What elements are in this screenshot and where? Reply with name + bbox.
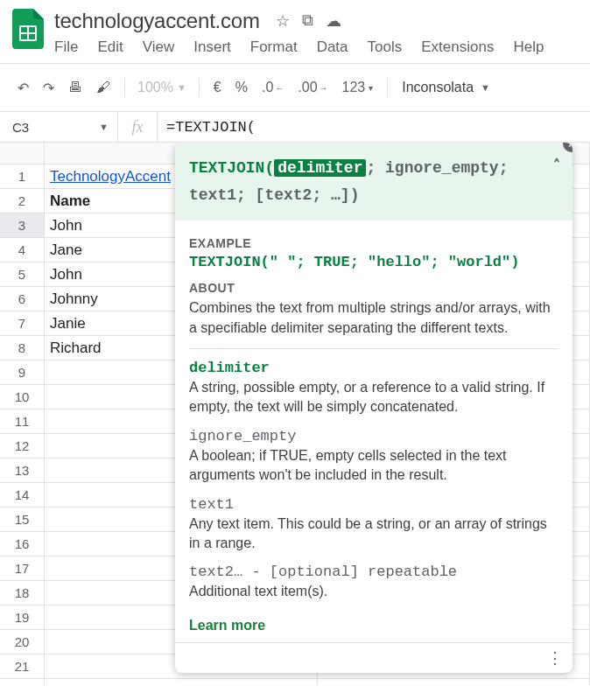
param3-desc: Any text item. This could be a string, o… — [189, 514, 558, 554]
about-text: Combines the text from multiple strings … — [189, 298, 558, 338]
row-header[interactable]: 8 — [0, 336, 45, 360]
formula-input[interactable]: =TEXTJOIN( — [158, 112, 590, 142]
row-header[interactable]: 3 — [0, 214, 45, 238]
row-header[interactable]: 5 — [0, 262, 45, 287]
row-header[interactable]: 18 — [0, 581, 45, 606]
menu-file[interactable]: File — [54, 38, 78, 56]
currency-button[interactable]: € — [208, 76, 227, 99]
number-format-button[interactable]: 123▾ — [337, 76, 379, 99]
collapse-chevron-icon[interactable]: ˄ — [553, 155, 560, 178]
more-options-icon[interactable]: ⋮ — [547, 648, 562, 668]
row-header[interactable]: 9 — [0, 360, 45, 385]
redo-button[interactable]: ↷ — [38, 76, 60, 100]
app-header: technologyaccent.com ☆ ⧉ ☁ File Edit Vie… — [0, 0, 590, 56]
menu-insert[interactable]: Insert — [193, 38, 231, 56]
sig-fn-name: TEXTJOIN( — [189, 159, 274, 177]
zoom-select[interactable]: 100%▼ — [134, 80, 190, 95]
row-header[interactable]: 17 — [0, 556, 45, 581]
menu-format[interactable]: Format — [250, 38, 298, 56]
row-header[interactable]: 15 — [0, 508, 45, 532]
row-header[interactable]: 10 — [0, 385, 45, 410]
name-box[interactable]: C3 ▼ — [0, 112, 118, 142]
param4-name: text2… - [optional] repeatable — [189, 564, 558, 580]
percent-button[interactable]: % — [230, 76, 253, 99]
row-header[interactable]: 12 — [0, 434, 45, 458]
row-header[interactable]: 21 — [0, 654, 45, 679]
row-header[interactable]: 20 — [0, 630, 45, 654]
row-header[interactable]: 2 — [0, 189, 45, 214]
param4-desc: Additional text item(s). — [189, 582, 558, 601]
param3-name: text1 — [189, 496, 558, 513]
spreadsheet-grid[interactable]: 1TechnologyAccent 2Name 3John 4Jane 5Joh… — [0, 143, 590, 685]
example-code: TEXTJOIN(" "; TRUE; "hello"; "world") — [189, 254, 558, 270]
param2-name: ignore_empty — [189, 428, 558, 444]
row-header[interactable]: 1 — [0, 164, 45, 189]
menu-tools[interactable]: Tools — [368, 38, 403, 56]
menubar: File Edit View Insert Format Data Tools … — [54, 38, 581, 56]
menu-view[interactable]: View — [143, 38, 175, 56]
decrease-decimal-button[interactable]: .0← — [256, 76, 289, 99]
about-heading: ABOUT — [189, 281, 558, 295]
param1-name: delimiter — [189, 360, 558, 376]
formula-bar: C3 ▼ fx =TEXTJOIN( — [0, 112, 590, 143]
font-select[interactable]: Inconsolata▼ — [397, 80, 495, 95]
toolbar: ↶ ↷ 🖶 🖌 100%▼ € % .0← .00→ 123▾ Inconsol… — [0, 64, 590, 112]
paint-format-button[interactable]: 🖌 — [91, 76, 116, 99]
document-title[interactable]: technologyaccent.com — [54, 9, 260, 33]
row-header[interactable]: 7 — [0, 312, 45, 336]
menu-extensions[interactable]: Extensions — [421, 38, 494, 56]
row-header[interactable]: 6 — [0, 287, 45, 312]
menu-data[interactable]: Data — [317, 38, 348, 56]
sig-current-arg: delimiter — [274, 159, 366, 177]
menu-edit[interactable]: Edit — [97, 38, 123, 56]
example-heading: EXAMPLE — [189, 236, 558, 250]
formula-signature: ˄ TEXTJOIN(delimiter; ignore_empty; text… — [175, 143, 572, 220]
menu-help[interactable]: Help — [513, 38, 544, 56]
row-header[interactable]: 14 — [0, 483, 45, 508]
row-header[interactable]: 13 — [0, 458, 45, 483]
param2-desc: A boolean; if TRUE, empty cells selected… — [189, 446, 558, 486]
undo-button[interactable]: ↶ — [12, 76, 34, 100]
namebox-caret-icon: ▼ — [99, 122, 109, 132]
row-header[interactable]: 4 — [0, 238, 45, 262]
sheets-logo — [12, 9, 44, 49]
star-icon[interactable]: ☆ — [276, 11, 290, 31]
move-icon[interactable]: ⧉ — [302, 11, 313, 31]
formula-help-popover: ✕ ˄ TEXTJOIN(delimiter; ignore_empty; te… — [175, 143, 572, 673]
row-header[interactable]: 19 — [0, 606, 45, 630]
select-all-corner[interactable] — [0, 143, 45, 164]
print-button[interactable]: 🖶 — [63, 76, 88, 99]
row-header[interactable]: 11 — [0, 410, 45, 434]
learn-more-link[interactable]: Learn more — [189, 618, 265, 634]
active-cell-ref: C3 — [12, 120, 29, 135]
cloud-icon[interactable]: ☁ — [326, 11, 341, 31]
row-header[interactable]: 22 — [0, 679, 45, 685]
row-header[interactable]: 16 — [0, 532, 45, 556]
increase-decimal-button[interactable]: .00→ — [292, 76, 333, 99]
param1-desc: A string, possible empty, or a reference… — [189, 378, 558, 417]
fx-icon: fx — [118, 112, 158, 142]
